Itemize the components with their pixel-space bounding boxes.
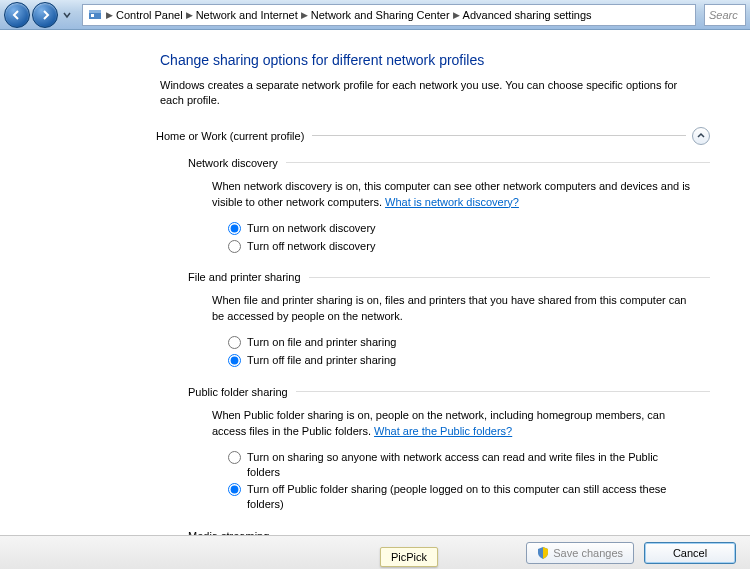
radio-label[interactable]: Turn on file and printer sharing [247,335,692,350]
radio-label[interactable]: Turn off file and printer sharing [247,353,692,368]
shield-icon [537,547,549,559]
radio-fp-off[interactable] [228,354,241,367]
divider [312,135,686,136]
profile-header-label: Home or Work (current profile) [156,130,304,142]
forward-button[interactable] [32,2,58,28]
divider [296,391,710,392]
svg-rect-1 [89,10,101,13]
crumb-2[interactable]: Network and Sharing Center [311,9,450,21]
link-what-are-public-folders[interactable]: What are the Public folders? [374,425,512,437]
divider [286,162,710,163]
section-desc: When file and printer sharing is on, fil… [212,294,686,322]
save-changes-button[interactable]: Save changes [526,542,634,564]
svg-rect-2 [91,14,94,17]
cancel-label: Cancel [673,547,707,559]
radio-nd-off[interactable] [228,240,241,253]
history-dropdown[interactable] [60,11,74,19]
radio-pf-off[interactable] [228,483,241,496]
section-title: Network discovery [188,157,278,169]
radio-pf-on[interactable] [228,451,241,464]
main-content: Change sharing options for different net… [0,30,750,535]
search-input[interactable]: Searc [704,4,746,26]
section-public-folder: Public folder sharing When Public folder… [188,386,710,512]
page-description: Windows creates a separate network profi… [160,78,680,109]
crumb-3[interactable]: Advanced sharing settings [463,9,592,21]
radio-label[interactable]: Turn on network discovery [247,221,692,236]
search-placeholder: Searc [709,9,738,21]
crumb-0[interactable]: Control Panel [116,9,183,21]
collapse-button[interactable] [692,127,710,145]
page-title: Change sharing options for different net… [160,52,710,68]
window-titlebar: ▶ Control Panel ▶ Network and Internet ▶… [0,0,750,30]
footer-bar: Save changes Cancel [0,535,750,569]
section-network-discovery: Network discovery When network discovery… [188,157,710,254]
radio-label[interactable]: Turn off Public folder sharing (people l… [247,482,692,512]
radio-fp-on[interactable] [228,336,241,349]
radio-nd-on[interactable] [228,222,241,235]
section-title: File and printer sharing [188,271,301,283]
profile-header[interactable]: Home or Work (current profile) [156,127,710,145]
cancel-button[interactable]: Cancel [644,542,736,564]
section-file-printer: File and printer sharing When file and p… [188,271,710,368]
section-title: Public folder sharing [188,386,288,398]
radio-label[interactable]: Turn off network discovery [247,239,692,254]
picpick-tooltip: PicPick [380,547,438,567]
radio-label[interactable]: Turn on sharing so anyone with network a… [247,450,692,480]
save-label: Save changes [553,547,623,559]
link-what-is-network-discovery[interactable]: What is network discovery? [385,196,519,208]
crumb-1[interactable]: Network and Internet [196,9,298,21]
breadcrumb[interactable]: ▶ Control Panel ▶ Network and Internet ▶… [82,4,696,26]
back-button[interactable] [4,2,30,28]
divider [309,277,710,278]
control-panel-icon [87,7,103,23]
